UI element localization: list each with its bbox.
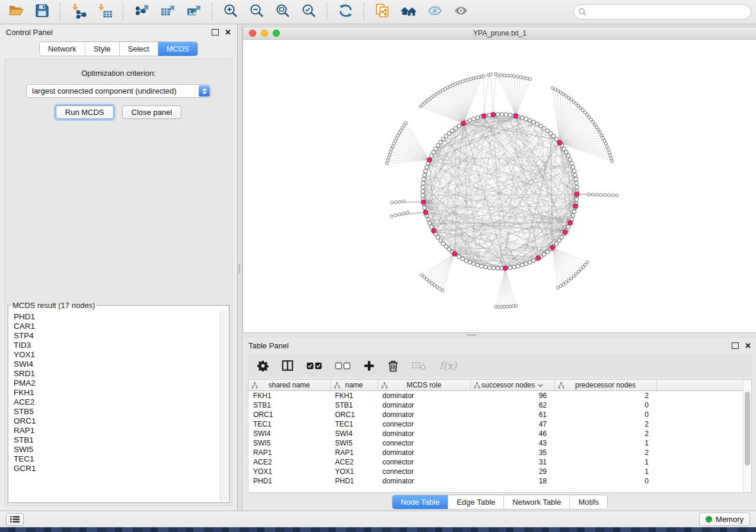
graph-satellite-node[interactable] <box>570 277 573 280</box>
graph-satellite-node[interactable] <box>604 142 607 145</box>
table-cell[interactable]: SWI4 <box>248 429 330 438</box>
save-session-button[interactable] <box>31 2 53 21</box>
graph-satellite-node[interactable] <box>394 214 397 217</box>
table-cell[interactable]: ACE2 <box>248 457 330 467</box>
graph-node[interactable] <box>421 190 425 194</box>
graph-node[interactable] <box>428 221 432 225</box>
graph-node[interactable] <box>516 264 521 268</box>
graph-node[interactable] <box>500 113 504 117</box>
graph-node[interactable] <box>454 126 458 130</box>
graph-satellite-node[interactable] <box>603 139 606 142</box>
graph-satellite-node[interactable] <box>496 74 499 77</box>
graph-satellite-node[interactable] <box>557 89 560 92</box>
graph-node[interactable] <box>508 113 512 117</box>
graph-node[interactable] <box>461 257 465 261</box>
graph-node[interactable] <box>464 259 468 263</box>
mcds-result-item[interactable]: ORC1 <box>9 416 220 426</box>
graph-satellite-node[interactable] <box>398 200 401 203</box>
graph-satellite-node[interactable] <box>420 274 423 277</box>
graph-satellite-node[interactable] <box>591 193 594 196</box>
mcds-result-item[interactable]: STP4 <box>9 331 220 341</box>
column-header-name[interactable]: name <box>330 380 378 391</box>
graph-satellite-node[interactable] <box>475 76 478 79</box>
refresh-button[interactable] <box>334 2 357 21</box>
graph-satellite-node[interactable] <box>516 75 519 78</box>
graph-satellite-node[interactable] <box>575 273 578 275</box>
graph-node[interactable] <box>571 214 575 218</box>
scrollbar-thumb[interactable] <box>745 392 750 466</box>
mcds-result-item[interactable]: FKH1 <box>9 388 220 398</box>
table-cell[interactable]: SWI5 <box>248 438 330 448</box>
delete-column-icon[interactable] <box>388 360 398 372</box>
graph-node[interactable] <box>423 169 428 173</box>
table-cell[interactable]: 0 <box>554 476 656 486</box>
close-panel-icon[interactable]: ✕ <box>745 342 751 350</box>
table-cell[interactable]: RAP1 <box>330 448 378 457</box>
graph-dominator-node[interactable] <box>568 220 573 225</box>
column-header-MCDS-role[interactable]: MCDS role <box>378 380 470 391</box>
graph-dominator-node[interactable] <box>481 114 486 118</box>
table-cell[interactable]: 2 <box>554 391 656 401</box>
graph-node[interactable] <box>520 116 524 120</box>
graph-satellite-node[interactable] <box>390 215 393 218</box>
table-cell[interactable]: connector <box>378 419 470 429</box>
mcds-result-item[interactable]: STB5 <box>9 407 220 416</box>
graph-node[interactable] <box>496 113 500 117</box>
graph-satellite-node[interactable] <box>607 194 610 197</box>
add-column-icon[interactable] <box>363 360 375 371</box>
graph-satellite-node[interactable] <box>394 201 397 204</box>
graph-node[interactable] <box>496 267 500 271</box>
table-cell[interactable]: connector <box>378 467 470 476</box>
graph-node[interactable] <box>532 120 536 124</box>
table-cell[interactable] <box>656 438 744 448</box>
table-cell[interactable]: 1 <box>554 457 656 467</box>
table-cell[interactable]: 2 <box>554 419 656 429</box>
splitter-grip[interactable] <box>467 334 476 336</box>
node-table-row[interactable]: SWI4SWI4dominator462 <box>248 429 744 438</box>
mcds-result-item[interactable]: PHD1 <box>9 312 220 322</box>
mcds-result-item[interactable]: CAR1 <box>9 322 220 331</box>
mcds-result-item[interactable]: SWI4 <box>9 360 220 369</box>
graph-node[interactable] <box>476 116 480 120</box>
graph-satellite-node[interactable] <box>425 278 428 281</box>
table-cell[interactable] <box>656 400 744 410</box>
graph-dominator-node[interactable] <box>452 251 457 256</box>
graph-dominator-node[interactable] <box>575 192 579 197</box>
graph-satellite-node[interactable] <box>610 157 613 160</box>
graph-satellite-node[interactable] <box>556 286 559 289</box>
graph-satellite-node[interactable] <box>600 134 603 137</box>
table-cell[interactable]: SWI4 <box>330 429 378 438</box>
graph-node[interactable] <box>472 117 476 121</box>
zoom-out-button[interactable] <box>245 2 268 21</box>
graph-satellite-node[interactable] <box>554 88 557 91</box>
graph-satellite-node[interactable] <box>390 201 393 204</box>
graph-node[interactable] <box>535 122 540 126</box>
table-cell[interactable] <box>656 448 744 457</box>
table-cell[interactable]: STB1 <box>330 400 378 410</box>
graph-dominator-node[interactable] <box>536 256 541 261</box>
tab-network-table[interactable]: Network Table <box>503 495 569 509</box>
graph-node[interactable] <box>542 252 546 257</box>
mcds-result-item[interactable]: GCR1 <box>9 464 220 473</box>
tab-select[interactable]: Select <box>119 42 158 56</box>
graph-node[interactable] <box>573 173 578 177</box>
export-image-button[interactable] <box>183 2 205 21</box>
graph-node[interactable] <box>429 154 433 158</box>
graph-satellite-node[interactable] <box>388 153 391 156</box>
graph-node[interactable] <box>572 169 576 173</box>
horizontal-splitter[interactable] <box>243 333 756 338</box>
select-all-icon[interactable] <box>307 362 322 370</box>
graph-satellite-node[interactable] <box>387 159 390 162</box>
table-cell[interactable]: SWI5 <box>330 438 378 448</box>
table-cell[interactable]: dominator <box>378 476 470 486</box>
node-table-row[interactable]: RAP1RAP1dominator352 <box>248 448 744 457</box>
duplicate-network-button[interactable] <box>371 2 394 21</box>
graph-node[interactable] <box>574 177 578 181</box>
graph-satellite-node[interactable] <box>602 136 605 139</box>
graph-satellite-node[interactable] <box>506 305 509 308</box>
table-cell[interactable] <box>656 476 744 486</box>
hide-selected-button[interactable] <box>423 2 446 21</box>
node-table-row[interactable]: FKH1FKH1dominator962 <box>248 391 744 401</box>
mcds-result-item[interactable]: SRD1 <box>9 369 220 379</box>
table-cell[interactable]: PHD1 <box>330 476 378 486</box>
